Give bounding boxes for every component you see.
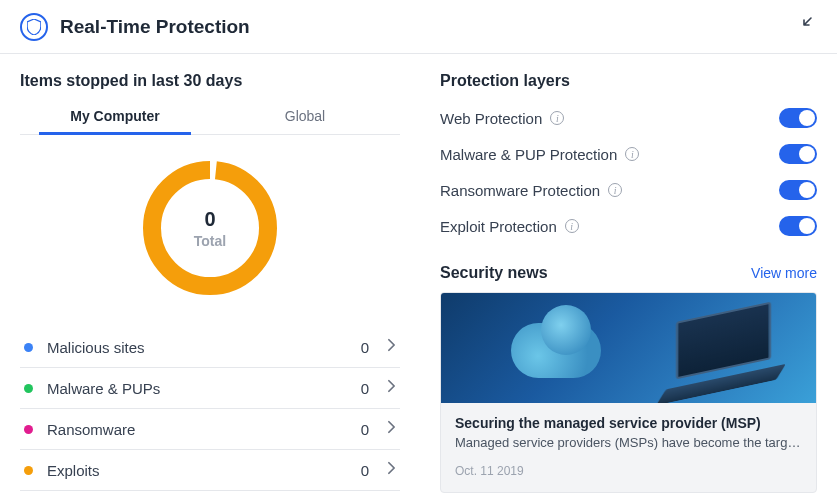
category-row-malware-pups[interactable]: Malware & PUPs 0 bbox=[20, 368, 400, 409]
category-row-exploits[interactable]: Exploits 0 bbox=[20, 450, 400, 491]
chevron-right-icon bbox=[387, 379, 396, 397]
category-label: Malicious sites bbox=[47, 339, 361, 356]
info-icon[interactable]: i bbox=[550, 111, 564, 125]
category-label: Exploits bbox=[47, 462, 361, 479]
info-icon[interactable]: i bbox=[608, 183, 622, 197]
stats-title: Items stopped in last 30 days bbox=[20, 72, 400, 90]
layer-label: Exploit Protection bbox=[440, 218, 557, 235]
category-row-malicious-sites[interactable]: Malicious sites 0 bbox=[20, 327, 400, 368]
info-icon[interactable]: i bbox=[565, 219, 579, 233]
chevron-right-icon bbox=[387, 461, 396, 479]
layer-label: Web Protection bbox=[440, 110, 542, 127]
news-title: Security news bbox=[440, 264, 548, 282]
donut-total-value: 0 bbox=[204, 208, 215, 231]
news-image bbox=[441, 293, 816, 403]
donut-total-label: Total bbox=[194, 233, 226, 249]
tab-my-computer[interactable]: My Computer bbox=[20, 100, 210, 134]
layer-label: Ransomware Protection bbox=[440, 182, 600, 199]
toggle-web-protection[interactable] bbox=[779, 108, 817, 128]
layers-title: Protection layers bbox=[440, 72, 817, 90]
toggle-exploit[interactable] bbox=[779, 216, 817, 236]
category-count: 0 bbox=[361, 462, 369, 479]
toggle-malware-pup[interactable] bbox=[779, 144, 817, 164]
layer-row-exploit: Exploit Protection i bbox=[440, 208, 817, 244]
dot-icon bbox=[24, 384, 33, 393]
category-row-ransomware[interactable]: Ransomware 0 bbox=[20, 409, 400, 450]
chevron-right-icon bbox=[387, 338, 396, 356]
category-count: 0 bbox=[361, 339, 369, 356]
stats-tabs: My Computer Global bbox=[20, 100, 400, 135]
category-count: 0 bbox=[361, 421, 369, 438]
page-title: Real-Time Protection bbox=[60, 16, 793, 38]
dot-icon bbox=[24, 466, 33, 475]
stats-donut-chart: 0 Total bbox=[135, 153, 285, 303]
layer-row-malware-pup: Malware & PUP Protection i bbox=[440, 136, 817, 172]
layer-label: Malware & PUP Protection bbox=[440, 146, 617, 163]
layer-row-ransomware: Ransomware Protection i bbox=[440, 172, 817, 208]
news-card[interactable]: Securing the managed service provider (M… bbox=[440, 292, 817, 493]
dot-icon bbox=[24, 343, 33, 352]
dot-icon bbox=[24, 425, 33, 434]
news-card-title: Securing the managed service provider (M… bbox=[455, 415, 802, 431]
shield-icon bbox=[20, 13, 48, 41]
toggle-ransomware[interactable] bbox=[779, 180, 817, 200]
view-more-link[interactable]: View more bbox=[751, 265, 817, 281]
tab-global[interactable]: Global bbox=[210, 100, 400, 134]
chevron-right-icon bbox=[387, 420, 396, 438]
category-list: Malicious sites 0 Malware & PUPs 0 Ranso… bbox=[20, 327, 400, 491]
category-count: 0 bbox=[361, 380, 369, 397]
info-icon[interactable]: i bbox=[625, 147, 639, 161]
layer-row-web-protection: Web Protection i bbox=[440, 100, 817, 136]
news-card-desc: Managed service providers (MSPs) have be… bbox=[455, 435, 802, 450]
news-card-date: Oct. 11 2019 bbox=[455, 464, 802, 478]
category-label: Ransomware bbox=[47, 421, 361, 438]
collapse-icon[interactable] bbox=[793, 12, 817, 41]
category-label: Malware & PUPs bbox=[47, 380, 361, 397]
